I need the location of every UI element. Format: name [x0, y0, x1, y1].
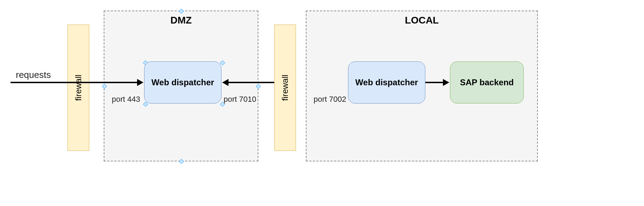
- arrow-head-right-icon: [443, 79, 449, 86]
- local-title: LOCAL: [307, 15, 537, 26]
- arrow-head-left-icon: [222, 79, 228, 86]
- firewall-2: firewall: [274, 25, 296, 151]
- arrow-wd2-to-sap: [425, 82, 444, 83]
- dmz-title: DMZ: [104, 15, 258, 26]
- port-443-label: port 443: [112, 95, 140, 104]
- web-dispatcher-dmz-label: Web dispatcher: [152, 78, 214, 87]
- arrow-fw2-to-wd1: [228, 82, 274, 83]
- firewall-2-label: firewall: [280, 75, 290, 101]
- web-dispatcher-local: Web dispatcher: [348, 61, 425, 104]
- sap-backend-label: SAP backend: [460, 78, 514, 87]
- firewall-1-label: firewall: [73, 75, 83, 101]
- arrow-requests-to-wd1: [11, 82, 138, 83]
- arrow-head-right-icon: [137, 79, 143, 86]
- requests-label: requests: [16, 69, 51, 80]
- web-dispatcher-dmz: Web dispatcher: [144, 61, 221, 104]
- sap-backend: SAP backend: [450, 61, 524, 104]
- web-dispatcher-local-label: Web dispatcher: [355, 78, 418, 87]
- port-7002-label: port 7002: [314, 95, 346, 104]
- port-7010-label: port 7010: [224, 95, 256, 104]
- firewall-1: firewall: [67, 25, 89, 151]
